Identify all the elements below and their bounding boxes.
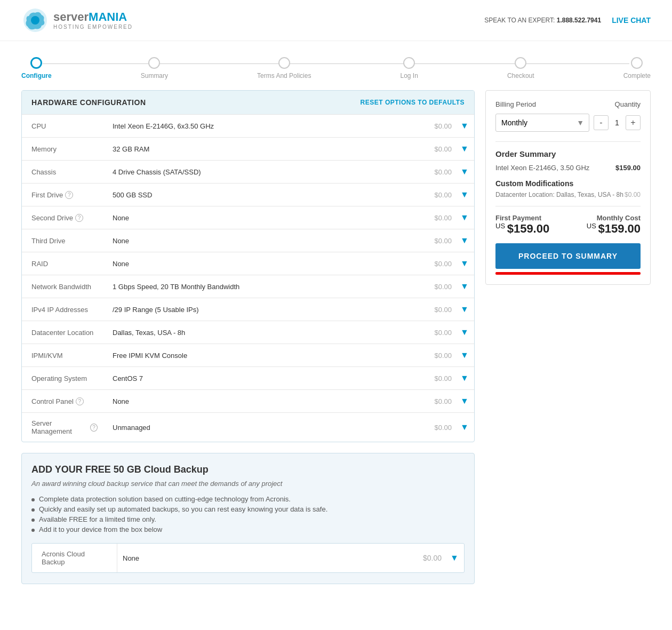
step-label-login: Log In	[400, 72, 418, 79]
row-arrow-5[interactable]: ▼	[455, 229, 474, 252]
hardware-row: Third Drive None $0.00 ▼	[22, 229, 474, 252]
row-arrow-8[interactable]: ▼	[455, 298, 474, 321]
row-arrow-7[interactable]: ▼	[455, 275, 474, 298]
logo-mania: MANIA	[89, 10, 127, 23]
billing-period-label: Billing Period	[495, 100, 536, 108]
row-arrow-2[interactable]: ▼	[455, 161, 474, 183]
row-value-10: Free IPMI KVM Console	[107, 345, 418, 366]
step-summary[interactable]: Summary	[141, 57, 168, 79]
hardware-row: Control Panel ? None $0.00 ▼	[22, 389, 474, 412]
backup-title: ADD YOUR FREE 50 GB Cloud Backup	[31, 464, 465, 475]
row-value-7: 1 Gbps Speed, 20 TB Monthly Bandwidth	[107, 276, 418, 297]
divider-2	[495, 206, 641, 206]
row-value-11: CentOS 7	[107, 368, 418, 389]
row-arrow-0[interactable]: ▼	[455, 115, 474, 137]
hardware-row: Network Bandwidth 1 Gbps Speed, 20 TB Mo…	[22, 275, 474, 298]
row-price-3: $0.00	[418, 185, 455, 205]
row-label-2: Chassis	[22, 162, 107, 182]
backup-list-item: Add it to your device from the box below	[31, 524, 465, 535]
step-circle-summary	[148, 57, 160, 69]
row-arrow-6[interactable]: ▼	[455, 252, 474, 275]
step-configure[interactable]: Configure	[21, 57, 52, 79]
row-arrow-4[interactable]: ▼	[455, 206, 474, 229]
help-icon[interactable]: ?	[75, 214, 83, 222]
step-label-terms: Terms And Policies	[257, 72, 311, 79]
live-chat-link[interactable]: LIVE CHAT	[612, 16, 651, 25]
row-arrow-1[interactable]: ▼	[455, 138, 474, 160]
hardware-row: Chassis 4 Drive Chassis (SATA/SSD) $0.00…	[22, 160, 474, 183]
row-value-13: Unmanaged	[107, 417, 418, 438]
logo-sub: HOSTING EMPOWERED	[53, 24, 133, 30]
step-label-checkout: Checkout	[507, 72, 534, 79]
help-icon[interactable]: ?	[65, 191, 73, 199]
backup-list-item: Complete data protection solution based …	[31, 494, 465, 504]
row-price-13: $0.00	[418, 417, 455, 438]
row-label-8: IPv4 IP Addresses	[22, 299, 107, 320]
backup-row-value[interactable]: None	[117, 548, 407, 569]
step-checkout[interactable]: Checkout	[507, 57, 534, 79]
backup-list: Complete data protection solution based …	[31, 494, 465, 535]
billing-controls: Monthly Quarterly Annually ▼ - 1 +	[495, 114, 641, 132]
progress-bar: Configure Summary Terms And Policies Log…	[0, 41, 672, 90]
row-value-3: 500 GB SSD	[107, 185, 418, 205]
step-circle-terms	[278, 57, 290, 69]
right-panel: Billing Period Quantity Monthly Quarterl…	[485, 90, 651, 584]
order-item-price: $159.00	[615, 164, 641, 172]
proceed-to-summary-button[interactable]: PROCEED TO SUMMARY	[495, 243, 641, 269]
header-right: SPEAK TO AN EXPERT: 1.888.522.7941 LIVE …	[484, 16, 651, 25]
logo: serverMANIA HOSTING EMPOWERED	[21, 6, 133, 34]
row-value-5: None	[107, 230, 418, 251]
row-price-9: $0.00	[418, 322, 455, 343]
left-panel: HARDWARE CONFIGURATION RESET OPTIONS TO …	[21, 90, 475, 584]
billing-period-select[interactable]: Monthly Quarterly Annually	[495, 114, 589, 132]
logo-text: serverMANIA HOSTING EMPOWERED	[53, 11, 133, 29]
reset-options-link[interactable]: RESET OPTIONS TO DEFAULTS	[361, 99, 465, 106]
help-icon[interactable]: ?	[90, 424, 98, 432]
hardware-row: Operating System CentOS 7 $0.00 ▼	[22, 366, 474, 389]
main-content: HARDWARE CONFIGURATION RESET OPTIONS TO …	[0, 90, 672, 605]
divider-1	[495, 141, 641, 142]
hardware-rows: CPU Intel Xeon E-2146G, 6x3.50 GHz $0.00…	[22, 114, 474, 442]
speak-label: SPEAK TO AN EXPERT: 1.888.522.7941	[484, 17, 601, 24]
phone-number: 1.888.522.7941	[557, 17, 601, 24]
help-icon[interactable]: ?	[76, 397, 84, 405]
backup-section: ADD YOUR FREE 50 GB Cloud Backup An awar…	[21, 453, 475, 584]
row-label-6: RAID	[22, 253, 107, 274]
row-price-0: $0.00	[418, 116, 455, 137]
row-arrow-13[interactable]: ▼	[455, 416, 474, 438]
hardware-row: First Drive ? 500 GB SSD $0.00 ▼	[22, 183, 474, 206]
row-arrow-12[interactable]: ▼	[455, 390, 474, 412]
config-title: HARDWARE CONFIGURATION	[31, 98, 146, 107]
hardware-config-section: HARDWARE CONFIGURATION RESET OPTIONS TO …	[21, 90, 475, 442]
backup-row-arrow[interactable]: ▼	[445, 547, 464, 569]
step-terms[interactable]: Terms And Policies	[257, 57, 311, 79]
logo-server: server	[53, 10, 89, 23]
row-label-1: Memory	[22, 139, 107, 160]
quantity-label: Quantity	[615, 100, 641, 108]
row-arrow-10[interactable]: ▼	[455, 344, 474, 366]
monthly-cost-label: Monthly Cost	[587, 214, 641, 222]
billing-box: Billing Period Quantity Monthly Quarterl…	[485, 90, 651, 285]
row-price-10: $0.00	[418, 345, 455, 366]
quantity-plus-button[interactable]: +	[626, 115, 641, 130]
row-value-1: 32 GB RAM	[107, 139, 418, 160]
row-price-4: $0.00	[418, 208, 455, 228]
row-arrow-11[interactable]: ▼	[455, 367, 474, 389]
svg-point-1	[31, 16, 39, 25]
step-circle-configure	[30, 57, 42, 69]
step-complete[interactable]: Complete	[623, 57, 651, 79]
quantity-minus-button[interactable]: -	[594, 115, 609, 130]
step-login[interactable]: Log In	[400, 57, 418, 79]
step-label-complete: Complete	[623, 72, 651, 79]
hardware-row: Second Drive ? None $0.00 ▼	[22, 206, 474, 229]
row-price-1: $0.00	[418, 139, 455, 160]
custom-item-row: Datacenter Location: Dallas, Texas, USA …	[495, 191, 641, 198]
step-label-summary: Summary	[141, 72, 168, 79]
backup-list-item: Available FREE for a limited time only.	[31, 514, 465, 524]
row-price-5: $0.00	[418, 230, 455, 251]
hardware-row: IPv4 IP Addresses /29 IP Range (5 Usable…	[22, 298, 474, 321]
row-arrow-9[interactable]: ▼	[455, 321, 474, 344]
billing-select-wrap: Monthly Quarterly Annually ▼	[495, 114, 589, 132]
payment-row: First Payment US $159.00 Monthly Cost US…	[495, 214, 641, 236]
row-arrow-3[interactable]: ▼	[455, 184, 474, 206]
